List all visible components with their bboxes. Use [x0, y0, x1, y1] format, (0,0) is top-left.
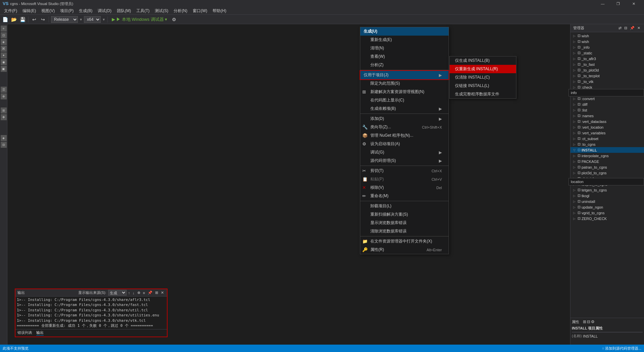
ctx-remove[interactable]: ✕ 移除(V) Del — [360, 183, 449, 192]
tree-item-vert-var[interactable]: ▷ ⊡ :vert_variables — [570, 130, 644, 136]
ctx-unload[interactable]: 卸载项目(L) — [360, 202, 449, 210]
ctx-new-solution-view[interactable]: ⊞ 新建解决方案资源管理视图(N) — [360, 88, 449, 96]
ctx-show-codemap[interactable]: 在代码图上显示(C) — [360, 96, 449, 104]
ctx-open-folder[interactable]: 📁 在文件资源管理器中打开文件夹(X) — [360, 237, 449, 246]
ctx-rescan[interactable]: 重新扫描解决方案(S) — [360, 210, 449, 219]
tree-item-wish2[interactable]: ▷ ⊡ wish — [570, 39, 644, 44]
tree-item-wish1[interactable]: ▷ ⊡ wish — [570, 33, 644, 39]
sidebar-icon-5[interactable]: ✦ — [1, 52, 7, 58]
tree-item-plot3d-cgns[interactable]: ▷ ⊡ plot3d_to_cgns — [570, 170, 644, 176]
ctx-rename[interactable]: ✏ 重命名(M) — [360, 192, 449, 200]
tree-item-update-ngon[interactable]: ▷ ⊡ update_ngon — [570, 204, 644, 210]
sidebar-icon-9[interactable]: ⊕ — [1, 93, 7, 99]
redo-btn[interactable]: ↪ — [39, 16, 47, 23]
panel-filter-btn[interactable]: ⊟ — [623, 26, 628, 31]
tree-item-names[interactable]: ▷ ⊡ :names — [570, 113, 644, 119]
ctx-analyze[interactable]: 分析(Z) — [360, 61, 449, 69]
tree-item-convert[interactable]: ▷ ⊡ :convert — [570, 96, 644, 101]
menu-debug[interactable]: 调试(D) — [95, 7, 114, 14]
menu-view[interactable]: 视图(V) — [39, 7, 57, 14]
ctx-properties[interactable]: 🔑 属性(R) Alt+Enter — [360, 246, 449, 254]
run-button[interactable]: ▶ ▶ 本地 Windows 调试器 ▾ — [110, 16, 169, 23]
tree-item-fast[interactable]: ▷ ⊡ _to_fast — [570, 61, 644, 67]
submenu-rebuild-install[interactable]: 仅重新生成 INSTALL(R) — [450, 65, 516, 73]
menu-analyze[interactable]: 分析(N) — [171, 7, 190, 14]
prop-icon-1[interactable]: ⊞ — [583, 319, 586, 324]
open-btn[interactable]: 📂 — [10, 16, 17, 23]
ctx-limit-scope[interactable]: 限定为此范围(S) — [360, 79, 449, 88]
output-tab-errors[interactable]: 错误列表 — [17, 330, 32, 336]
close-button[interactable]: ✕ — [626, 0, 641, 7]
sidebar-icon-3[interactable]: ◈ — [1, 39, 7, 45]
tree-item-tocgns[interactable]: ▷ ⊡ :to_cgns — [570, 141, 644, 147]
submenu-full-pdb[interactable]: 生成完整程序数据库文件 — [450, 90, 516, 98]
tree-item-interpolate[interactable]: ▷ ⊡ interpolate_cgns — [570, 153, 644, 159]
sidebar-icon-7[interactable]: ▣ — [1, 66, 7, 72]
menu-project[interactable]: 项目(P) — [57, 7, 76, 14]
output-tab-output[interactable]: 输出 — [36, 330, 44, 336]
sidebar-icon-8[interactable]: ☰ — [1, 87, 7, 93]
ctx-clear-browse-errors[interactable]: 清除浏览数据库错误 — [360, 227, 449, 235]
sidebar-icon-6[interactable]: ◉ — [1, 59, 7, 65]
menu-team[interactable]: 团队(M) — [114, 7, 134, 14]
tree-item-vert-loc[interactable]: ▷ ⊡ :vert_location — [570, 124, 644, 130]
ctx-cut[interactable]: ✂ 剪切(T) Ctrl+X — [360, 167, 449, 175]
ctx-class-wizard[interactable]: 🔧 类向导(Z)... Ctrl+Shift+X — [360, 123, 449, 131]
output-pin-btn[interactable]: 📌 — [147, 290, 153, 295]
restore-button[interactable]: ❐ — [610, 0, 626, 7]
toolbar-extra[interactable]: ⚙ — [171, 16, 178, 23]
menu-tools[interactable]: 工具(T) — [134, 7, 152, 14]
tree-item-plot3d[interactable]: ▷ ⊡ _to_plot3d — [570, 67, 644, 73]
tree-item-patran[interactable]: ▷ ⊡ patran_to_cgns — [570, 164, 644, 170]
save-btn[interactable]: 💾 — [19, 16, 26, 23]
output-close-btn[interactable]: ✕ — [160, 290, 165, 295]
sidebar-icon-11[interactable]: ✥ — [1, 114, 7, 120]
menu-test[interactable]: 测试(S) — [152, 7, 171, 14]
ctx-nuget[interactable]: 📦 管理 NuGet 程序包(N)... — [360, 131, 449, 140]
sidebar-icon-13[interactable]: ⊟ — [1, 142, 7, 148]
submenu-clean-install[interactable]: 仅清除 INSTALL(C) — [450, 73, 516, 82]
tree-item-list[interactable]: ▷ ⊡ :list — [570, 107, 644, 113]
platform-dropdown[interactable]: x64 x86 — [84, 16, 101, 23]
ctx-view[interactable]: 查看(W) — [360, 52, 449, 61]
menu-window[interactable]: 窗口(W) — [190, 7, 210, 14]
tree-item-uninstall[interactable]: ▷ ⊡ uninstall — [570, 199, 644, 204]
ctx-show-browse-errors[interactable]: 显示浏览数据库错误 — [360, 219, 449, 227]
tree-item-info[interactable]: ▷ ⊡ _info — [570, 44, 644, 50]
tree-item-tetgen[interactable]: ▷ ⊡ tetgen_to_cgns — [570, 187, 644, 193]
tree-item-tkogl[interactable]: ▷ ⊡ tkogl — [570, 193, 644, 199]
panel-sync-btn[interactable]: ⇄ — [617, 26, 623, 31]
sidebar-icon-10[interactable]: ⊞ — [1, 107, 7, 114]
sidebar-icon-2[interactable]: ⊡ — [1, 32, 7, 38]
ctx-rebuild[interactable]: 重新生成(E) — [360, 36, 449, 44]
submenu-link-install[interactable]: 仅链接 INSTALL(L) — [450, 82, 516, 90]
submenu-build-install[interactable]: 仅生成 INSTALL(B) — [450, 56, 516, 65]
minimize-button[interactable]: — — [595, 0, 610, 7]
ctx-set-startup[interactable]: ⚙ 设为启动项目(A) — [360, 140, 449, 148]
prop-icon-3[interactable]: ⚙ — [591, 319, 595, 324]
tree-item-vgrid[interactable]: ▷ ⊡ vgrid_to_cgns — [570, 210, 644, 216]
ctx-project-only[interactable]: 仅用于项目(J) ▶ — [360, 71, 449, 79]
tree-item-tecplot[interactable]: ▷ ⊡ _to_tecplot — [570, 73, 644, 79]
undo-btn[interactable]: ↩ — [31, 16, 38, 23]
ctx-build-deps[interactable]: 生成依赖项(B) ▶ — [360, 104, 449, 113]
ctx-debug-submenu[interactable]: 调试(G) ▶ — [360, 148, 449, 157]
sidebar-icon-12[interactable]: ◈ — [1, 135, 7, 141]
output-dock-btn[interactable]: ⊞ — [154, 290, 159, 295]
menu-build[interactable]: 生成(B) — [76, 7, 95, 14]
menu-help[interactable]: 帮助(H) — [210, 7, 229, 14]
menu-edit[interactable]: 编辑(E) — [20, 7, 39, 14]
tree-item-aflr3[interactable]: ▷ ⊡ _to_aflr3 — [570, 56, 644, 61]
ctx-add[interactable]: 添加(D) ▶ — [360, 115, 449, 123]
menu-file[interactable]: 文件(F) — [1, 7, 20, 14]
panel-close-btn[interactable]: ✕ — [636, 26, 641, 31]
tree-item-static[interactable]: ▷ ⊡ _static — [570, 50, 644, 56]
new-file-btn[interactable]: 📄 — [1, 16, 9, 23]
ctx-source-control[interactable]: 源代码管理(S) ▶ — [360, 157, 449, 165]
output-source-select[interactable]: 生成 — [108, 290, 127, 296]
panel-pin-btn[interactable]: 📌 — [629, 26, 636, 31]
tree-item-diff[interactable]: ▷ ⊡ :diff — [570, 101, 644, 107]
tree-item-install[interactable]: ▽ ⊡ INSTALL — [570, 147, 644, 153]
tree-item-subset[interactable]: ▷ ⊡ :ct_subset — [570, 136, 644, 141]
tree-item-package[interactable]: ▷ ⊡ PACKAGE — [570, 159, 644, 164]
